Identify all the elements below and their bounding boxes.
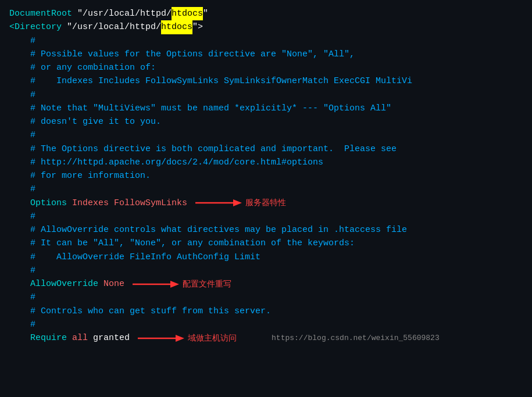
code-line: # [9, 318, 523, 331]
code-token: " [203, 7, 208, 20]
code-line: # [9, 88, 523, 102]
annotation-container: 配置文件重写 [129, 278, 231, 291]
code-token: Require [9, 331, 72, 345]
code-token: # doesn't give it to you. [9, 115, 161, 128]
code-token: Options [9, 196, 72, 210]
code-token: htdocs [161, 20, 192, 34]
code-line: <Directory "/usr/local/httpd/htdocs"> [9, 20, 523, 34]
code-line: # [9, 210, 523, 223]
code-token: # or any combination of: [9, 61, 156, 74]
code-line: DocumentRoot "/usr/local/httpd/htdocs" [9, 7, 523, 20]
code-token: granted [88, 331, 130, 345]
code-line: # AllowOverride controls what directives… [9, 223, 523, 237]
code-token: # Indexes Includes FollowSymLinks SymLin… [9, 74, 412, 88]
code-token: all [72, 331, 88, 345]
code-token: <Directory [9, 20, 67, 34]
code-token: # [9, 183, 35, 196]
code-container: DocumentRoot "/usr/local/httpd/htdocs"<D… [0, 0, 532, 397]
code-token: # [9, 318, 35, 331]
blog-url: https://blog.csdn.net/weixin_55609823 [272, 332, 440, 344]
code-token: Indexes FollowSymLinks [72, 196, 187, 210]
code-line: # [9, 34, 523, 48]
code-line: # Possible values for the Options direct… [9, 48, 523, 61]
code-line: # AllowOverride FileInfo AuthConfig Limi… [9, 251, 523, 264]
annotation-container: 域做主机访问 [134, 332, 237, 345]
code-line: # Indexes Includes FollowSymLinks SymLin… [9, 74, 523, 88]
code-token: "/usr/local/httpd/ [77, 7, 172, 20]
code-line: AllowOverride None 配置文件重写 [9, 277, 523, 291]
code-token: # [9, 210, 35, 223]
code-token: "/usr/local/httpd/ [67, 20, 161, 34]
code-token: # AllowOverride controls what directives… [9, 223, 407, 237]
annotation-text: 配置文件重写 [183, 278, 231, 291]
code-line: # Controls who can get stuff from this s… [9, 305, 523, 318]
code-token: # AllowOverride FileInfo AuthConfig Limi… [9, 251, 260, 264]
svg-marker-1 [233, 199, 242, 206]
annotation-container: 服务器特性 [192, 196, 286, 209]
code-token: # http://httpd.apache.org/docs/2.4/mod/c… [9, 156, 323, 169]
code-token: "> [192, 20, 203, 34]
code-line: # [9, 291, 523, 304]
code-token: # [9, 34, 35, 48]
code-token: # [9, 128, 35, 142]
annotation-text: 域做主机访问 [188, 332, 237, 345]
code-token: # The Options directive is both complica… [9, 142, 397, 156]
code-line: # It can be "All", "None", or any combin… [9, 237, 523, 250]
code-token: # Controls who can get stuff from this s… [9, 305, 271, 318]
code-token: DocumentRoot [9, 7, 77, 20]
code-line: # for more information. [9, 169, 523, 183]
code-line: Options Indexes FollowSymLinks 服务器特性 [9, 196, 523, 210]
code-token: # [9, 291, 35, 304]
svg-marker-3 [170, 281, 179, 288]
code-line: # Note that "MultiViews" must be named *… [9, 102, 523, 115]
code-token: None [103, 277, 124, 291]
code-token: # Note that "MultiViews" must be named *… [9, 102, 391, 115]
code-line: # doesn't give it to you. [9, 115, 523, 128]
annotation-text: 服务器特性 [245, 196, 286, 209]
code-line: # [9, 264, 523, 277]
svg-marker-5 [176, 335, 184, 342]
code-token: # It can be "All", "None", or any combin… [9, 237, 355, 250]
code-token: # [9, 264, 35, 277]
code-line: # [9, 183, 523, 196]
code-token: # Possible values for the Options direct… [9, 48, 355, 61]
code-line: # The Options directive is both complica… [9, 142, 523, 156]
code-token: AllowOverride [9, 277, 103, 291]
code-token: htdocs [172, 7, 203, 20]
code-token: # for more information. [9, 169, 151, 183]
code-line: Require all granted 域做主机访问 https://blog.… [9, 331, 523, 345]
code-line: # or any combination of: [9, 61, 523, 74]
code-token: # [9, 88, 35, 102]
code-line: # [9, 128, 523, 142]
code-line: # http://httpd.apache.org/docs/2.4/mod/c… [9, 156, 523, 169]
